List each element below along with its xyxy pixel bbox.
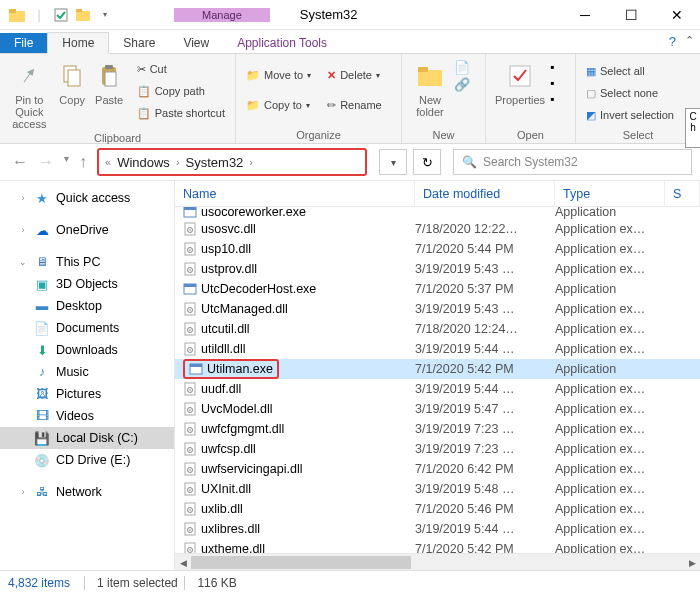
file-row[interactable]: UtcDecoderHost.exe7/1/2020 5:37 PMApplic… [175,279,700,299]
maximize-button[interactable]: ☐ [608,0,654,30]
sidebar-item-quick-access[interactable]: ›★Quick access [0,187,174,209]
forward-button[interactable]: → [38,153,54,171]
open-icon[interactable]: ▪ [550,60,554,74]
select-none-button[interactable]: ▢Select none [582,82,678,104]
sidebar-item-desktop[interactable]: ▬Desktop [0,295,174,317]
column-type[interactable]: Type [555,181,665,206]
breadcrumb-root-icon[interactable]: « [105,156,111,168]
address-bar[interactable]: « Windows › System32 › [97,148,367,176]
recent-dropdown-icon[interactable]: ▾ [64,153,69,171]
paste-shortcut-button[interactable]: 📋Paste shortcut [133,102,229,124]
sidebar-item-onedrive[interactable]: ›☁OneDrive [0,219,174,241]
sidebar-item-3d-objects[interactable]: ▣3D Objects [0,273,174,295]
svg-point-54 [189,489,191,491]
file-type: Application ex… [555,402,665,416]
breadcrumb-seg-0[interactable]: Windows [117,155,170,170]
edit-icon[interactable]: ▪ [550,76,554,90]
back-button[interactable]: ← [12,153,28,171]
paste-button[interactable]: Paste [92,58,127,106]
copy-path-button[interactable]: 📋Copy path [133,80,229,102]
tab-application-tools[interactable]: Application Tools [223,33,341,53]
file-row[interactable]: uxlibres.dll3/19/2019 5:44 …Application … [175,519,700,539]
breadcrumb-seg-1[interactable]: System32 [186,155,244,170]
scroll-left-icon[interactable]: ◀ [175,554,191,570]
file-row[interactable]: utcutil.dll7/18/2020 12:24…Application e… [175,319,700,339]
file-row[interactable]: uwfservicingapi.dll7/1/2020 6:42 PMAppli… [175,459,700,479]
sidebar-item-local-disk[interactable]: 💾Local Disk (C:) [0,427,174,449]
tab-view[interactable]: View [169,33,223,53]
help-icon[interactable]: ? [669,34,676,49]
file-row[interactable]: usosvc.dll7/18/2020 12:22…Application ex… [175,219,700,239]
sidebar-item-this-pc[interactable]: ⌄🖥This PC [0,251,174,273]
file-row[interactable]: ustprov.dll3/19/2019 5:43 …Application e… [175,259,700,279]
drive-icon: 💾 [34,430,50,446]
cut-button[interactable]: ✂Cut [133,58,229,80]
file-row[interactable]: usocoreworker.exeApplication [175,207,700,219]
move-to-button[interactable]: 📁Move to▾ [242,64,315,86]
address-dropdown[interactable]: ▾ [379,149,407,175]
chevron-right-icon[interactable]: › [249,156,253,168]
file-date: 3/19/2019 5:47 … [415,402,555,416]
copy-to-button[interactable]: 📁Copy to▾ [242,94,315,116]
properties-button[interactable]: Properties [492,58,548,106]
contextual-tab-header: Manage [174,8,270,22]
refresh-button[interactable]: ↻ [413,149,441,175]
delete-button[interactable]: ✕Delete▾ [323,64,386,86]
file-row[interactable]: usp10.dll7/1/2020 5:44 PMApplication ex… [175,239,700,259]
close-button[interactable]: ✕ [654,0,700,30]
svg-rect-2 [55,9,67,21]
sidebar-item-documents[interactable]: 📄Documents [0,317,174,339]
column-name[interactable]: Name [175,181,415,206]
easy-access-icon[interactable]: 🔗 [454,77,470,92]
column-size[interactable]: S [665,181,700,206]
pictures-icon: 🖼 [34,386,50,402]
file-row[interactable]: UtcManaged.dll3/19/2019 5:43 …Applicatio… [175,299,700,319]
chevron-down-icon: ▾ [306,101,310,110]
collapse-ribbon-icon[interactable]: ⌃ [685,34,694,47]
scrollbar-thumb[interactable] [191,556,411,569]
up-button[interactable]: ↑ [79,153,87,171]
file-icon [183,282,197,296]
file-row[interactable]: Utilman.exe7/1/2020 5:42 PMApplication [175,359,700,379]
file-type: Application ex… [555,222,665,236]
file-row[interactable]: uudf.dll3/19/2019 5:44 …Application ex… [175,379,700,399]
new-folder-button[interactable]: New folder [408,58,452,118]
tab-share[interactable]: Share [109,33,169,53]
sidebar-item-pictures[interactable]: 🖼Pictures [0,383,174,405]
horizontal-scrollbar[interactable]: ◀ ▶ [175,553,700,570]
file-type: Application ex… [555,502,665,516]
file-row[interactable]: uxtheme.dll7/1/2020 5:42 PMApplication e… [175,539,700,553]
sidebar-item-downloads[interactable]: ⬇Downloads [0,339,174,361]
pin-to-quick-access-button[interactable]: Pin to Quick access [6,58,53,130]
svg-point-60 [189,529,191,531]
chevron-right-icon[interactable]: › [176,156,180,168]
sidebar-item-cd-drive[interactable]: 💿CD Drive (E:) [0,449,174,471]
file-row[interactable]: uwfcsp.dll3/19/2019 7:23 …Application ex… [175,439,700,459]
tab-file[interactable]: File [0,33,47,53]
tab-home[interactable]: Home [47,32,109,54]
file-row[interactable]: uwfcfgmgmt.dll3/19/2019 7:23 …Applicatio… [175,419,700,439]
file-row[interactable]: UvcModel.dll3/19/2019 5:47 …Application … [175,399,700,419]
file-row[interactable]: utildll.dll3/19/2019 5:44 …Application e… [175,339,700,359]
new-item-icon[interactable]: 📄 [454,60,470,75]
copy-button[interactable]: Copy [55,58,90,106]
history-icon[interactable]: ▪ [550,92,554,106]
file-date: 3/19/2019 7:23 … [415,422,555,436]
minimize-button[interactable]: ─ [562,0,608,30]
select-all-button[interactable]: ▦Select all [582,60,678,82]
sidebar-item-network[interactable]: ›🖧Network [0,481,174,503]
file-row[interactable]: uxlib.dll7/1/2020 5:46 PMApplication ex… [175,499,700,519]
checkbox-icon[interactable] [52,6,70,24]
window-controls: ─ ☐ ✕ [562,0,700,30]
sidebar-item-videos[interactable]: 🎞Videos [0,405,174,427]
search-box[interactable]: 🔍 Search System32 [453,149,692,175]
invert-selection-button[interactable]: ◩Invert selection [582,104,678,126]
rename-button[interactable]: ✏Rename [323,94,386,116]
qat-dropdown-icon[interactable]: ▾ [96,6,114,24]
ribbon-group-open: Properties ▪ ▪ ▪ Open [486,54,576,143]
scroll-right-icon[interactable]: ▶ [684,554,700,570]
file-row[interactable]: UXInit.dll3/19/2019 5:48 …Application ex… [175,479,700,499]
folder-small-icon[interactable] [74,6,92,24]
sidebar-item-music[interactable]: ♪Music [0,361,174,383]
column-date[interactable]: Date modified [415,181,555,206]
